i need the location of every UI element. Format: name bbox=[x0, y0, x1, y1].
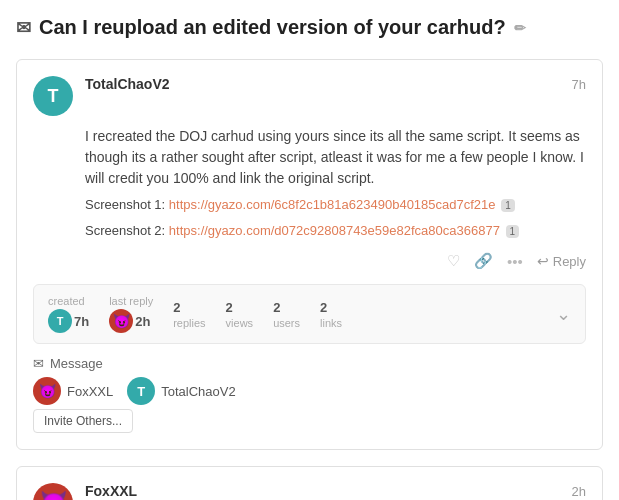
page-title: ✉ Can I reupload an edited version of yo… bbox=[16, 16, 603, 39]
timestamp-2: 2h bbox=[572, 484, 586, 499]
post-actions-1: ♡ 🔗 ••• ↩ Reply bbox=[85, 252, 586, 270]
reply-arrow-icon-1: ↩ bbox=[537, 253, 549, 269]
collapse-button[interactable]: ⌄ bbox=[556, 303, 571, 325]
screenshot2-badge: 1 bbox=[506, 225, 520, 238]
mini-avatar-t: T bbox=[48, 309, 72, 333]
stat-last-reply: last reply 😈 2h bbox=[109, 295, 153, 333]
screenshot-line-1: Screenshot 1: https://gyazo.com/6c8f2c1b… bbox=[85, 195, 586, 215]
users-value: 2 bbox=[273, 300, 280, 315]
post-card-1: T TotalChaoV2 7h I recreated the DOJ car… bbox=[16, 59, 603, 450]
post-meta-1: TotalChaoV2 7h bbox=[85, 76, 586, 92]
foxxxl-avatar: 😈 bbox=[33, 377, 61, 405]
last-reply-value: 😈 2h bbox=[109, 309, 150, 333]
views-label: views bbox=[226, 317, 254, 329]
screenshot1-badge: 1 bbox=[501, 199, 515, 212]
post-body-1: I recreated the DOJ carhud using yours s… bbox=[85, 126, 586, 240]
timestamp-1: 7h bbox=[572, 77, 586, 92]
post-header-1: T TotalChaoV2 7h bbox=[33, 76, 586, 116]
link-icon-1[interactable]: 🔗 bbox=[474, 252, 493, 270]
users-label: users bbox=[273, 317, 300, 329]
message-label: Message bbox=[50, 356, 103, 371]
message-section: ✉ Message 😈 FoxXXL T TotalChaoV2 Invite … bbox=[33, 356, 586, 433]
links-label: links bbox=[320, 317, 342, 329]
last-reply-label: last reply bbox=[109, 295, 153, 307]
reply-button-1[interactable]: ↩ Reply bbox=[537, 253, 586, 269]
avatar-1: T bbox=[33, 76, 73, 116]
screenshot2-label: Screenshot 2: bbox=[85, 223, 165, 238]
stat-links: 2 links bbox=[320, 300, 342, 329]
more-icon-1[interactable]: ••• bbox=[507, 253, 523, 270]
mini-avatar-f: 😈 bbox=[109, 309, 133, 333]
totalchaov2-avatar: T bbox=[127, 377, 155, 405]
message-users: 😈 FoxXXL T TotalChaoV2 bbox=[33, 377, 586, 405]
replies-label: replies bbox=[173, 317, 205, 329]
views-value: 2 bbox=[226, 300, 233, 315]
screenshot2-link[interactable]: https://gyazo.com/d072c92808743e59e82fca… bbox=[169, 223, 500, 238]
stat-replies: 2 replies bbox=[173, 300, 205, 329]
reply-label-1: Reply bbox=[553, 254, 586, 269]
stat-users: 2 users bbox=[273, 300, 300, 329]
post-card-2: 😈 FoxXXL 2h Okay, no problem. 😊 ♡ 🔗 ••• … bbox=[16, 466, 603, 500]
post-meta-2: FoxXXL 2h bbox=[85, 483, 586, 499]
username-1: TotalChaoV2 bbox=[85, 76, 170, 92]
created-value: T 7h bbox=[48, 309, 89, 333]
edit-icon[interactable]: ✏ bbox=[514, 20, 526, 36]
envelope-icon: ✉ bbox=[16, 17, 31, 39]
invite-others-button[interactable]: Invite Others... bbox=[33, 409, 133, 433]
stat-views: 2 views bbox=[226, 300, 254, 329]
post-text-1: I recreated the DOJ carhud using yours s… bbox=[85, 128, 584, 186]
foxxxl-label: FoxXXL bbox=[67, 384, 113, 399]
screenshot-line-2: Screenshot 2: https://gyazo.com/d072c928… bbox=[85, 221, 586, 241]
heart-icon-1[interactable]: ♡ bbox=[447, 252, 460, 270]
replies-value: 2 bbox=[173, 300, 180, 315]
username-2: FoxXXL bbox=[85, 483, 137, 499]
screenshot1-link[interactable]: https://gyazo.com/6c8f2c1b81a623490b4018… bbox=[169, 197, 496, 212]
links-value: 2 bbox=[320, 300, 327, 315]
created-label: created bbox=[48, 295, 85, 307]
message-icon: ✉ bbox=[33, 356, 44, 371]
stat-created: created T 7h bbox=[48, 295, 89, 333]
title-text: Can I reupload an edited version of your… bbox=[39, 16, 506, 39]
screenshot1-label: Screenshot 1: bbox=[85, 197, 165, 212]
totalchaov2-label: TotalChaoV2 bbox=[161, 384, 235, 399]
post-header-2: 😈 FoxXXL 2h bbox=[33, 483, 586, 500]
avatar-2: 😈 bbox=[33, 483, 73, 500]
post-stats-1: created T 7h last reply 😈 2h 2 replies 2 bbox=[33, 284, 586, 344]
